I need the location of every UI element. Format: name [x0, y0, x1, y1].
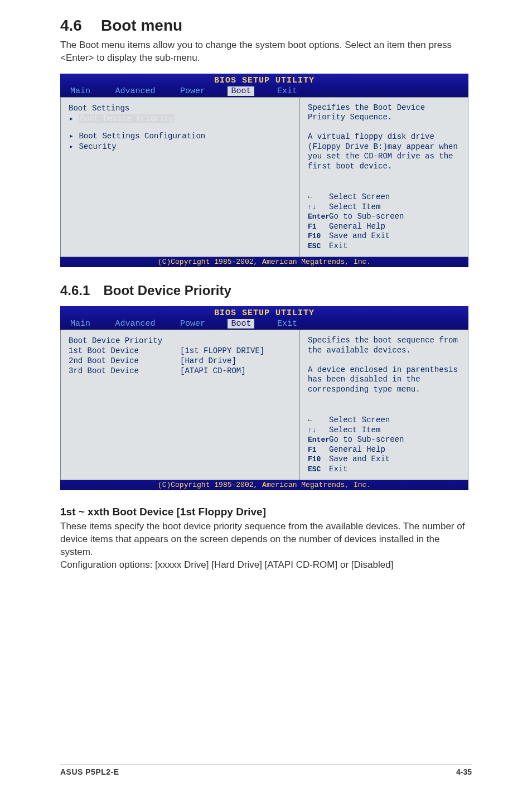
submenu-arrow-icon: ▸	[69, 131, 74, 141]
key-f10: F10	[308, 455, 329, 464]
tab-advanced[interactable]: Advanced	[113, 86, 157, 96]
bios-header: BIOS SETUP UTILITY	[60, 74, 468, 85]
key-label: Save and Exit	[329, 455, 390, 463]
key-esc: ESC	[308, 242, 329, 251]
bios-help-text: Specifies the Boot Device Priority Seque…	[308, 103, 460, 172]
tab-boot[interactable]: Boot	[228, 319, 254, 328]
key-f10: F10	[308, 232, 329, 241]
key-f1: F1	[308, 223, 329, 231]
bios-item-2nd-boot-device[interactable]: 2nd Boot Device [Hard Drive]	[69, 356, 292, 366]
bios-tabs: Main Advanced Power Boot Exit	[60, 85, 468, 97]
subsection-number: 4.6.1	[60, 283, 90, 298]
key-enter: Enter	[308, 436, 329, 445]
bios-item-security[interactable]: ▸ Security	[69, 141, 292, 152]
bios-header-title: BIOS SETUP UTILITY	[214, 308, 315, 318]
bios-item-value: [ATAPI CD-ROM]	[180, 366, 246, 375]
bios-item-value: [Hard Drive]	[180, 356, 236, 365]
key-label: Select Item	[329, 426, 380, 434]
section-number: 4.6	[60, 17, 82, 35]
page-footer: ASUS P5PL2-E 4-35	[60, 765, 472, 776]
key-label: General Help	[329, 445, 385, 454]
arrow-updown-icon: ↑↓	[308, 203, 329, 212]
bios-item-label: Boot Device Priority	[79, 114, 175, 123]
bios-item-boot-settings-config[interactable]: ▸ Boot Settings Configuration	[69, 131, 292, 141]
subsection-title-text: Boot Device Priority	[103, 283, 231, 298]
key-label: Exit	[329, 241, 348, 250]
bios-group-heading: Boot Device Priority	[69, 336, 292, 346]
key-enter: Enter	[308, 212, 329, 221]
tab-power[interactable]: Power	[178, 86, 207, 96]
tab-boot[interactable]: Boot	[228, 86, 254, 96]
bios-item-label: Boot Settings Configuration	[79, 132, 205, 141]
bios-header: BIOS SETUP UTILITY	[60, 306, 468, 318]
tab-main[interactable]: Main	[68, 319, 93, 328]
submenu-arrow-icon: ▸	[69, 114, 74, 123]
key-label: General Help	[329, 222, 385, 231]
arrow-left-icon: ←	[308, 193, 329, 202]
key-f1: F1	[308, 446, 329, 455]
bios-group-heading: Boot Settings	[69, 103, 292, 113]
bios-item-3rd-boot-device[interactable]: 3rd Boot Device [ATAPI CD-ROM]	[69, 366, 292, 376]
bios-screenshot-boot-settings: BIOS SETUP UTILITY Main Advanced Power B…	[60, 74, 468, 268]
footer-product: ASUS P5PL2-E	[60, 767, 119, 776]
bios-key-legend: ←Select Screen ↑↓Select Item EnterGo to …	[308, 416, 460, 474]
bios-item-label: 2nd Boot Device	[69, 356, 180, 365]
bios-footer: (C)Copyright 1985-2002, American Megatre…	[60, 480, 468, 490]
key-label: Select Item	[329, 202, 380, 211]
section-heading: 4.6Boot menu	[60, 17, 472, 35]
bios-item-boot-device-priority[interactable]: ▸ Boot Device Priority	[69, 113, 292, 124]
bios-item-label: 3rd Boot Device	[69, 366, 180, 375]
arrow-updown-icon: ↑↓	[308, 426, 329, 435]
bios-item-label: 1st Boot Device	[69, 346, 180, 355]
key-label: Select Screen	[329, 192, 390, 201]
bios-header-title: BIOS SETUP UTILITY	[214, 76, 315, 85]
bios-left-panel: Boot Settings ▸ Boot Device Priority ▸ B…	[60, 97, 300, 258]
tab-exit[interactable]: Exit	[275, 86, 299, 96]
arrow-left-icon: ←	[308, 416, 329, 425]
bios-help-text: Specifies the boot sequence from the ava…	[308, 336, 460, 394]
bios-help-panel: Specifies the Boot Device Priority Seque…	[300, 97, 468, 258]
subsection-heading: 4.6.1Boot Device Priority	[60, 283, 472, 298]
key-label: Exit	[329, 465, 348, 474]
option-description: These items specify the boot device prio…	[60, 520, 472, 572]
bios-body: Boot Settings ▸ Boot Device Priority ▸ B…	[60, 97, 468, 258]
section-title-text: Boot menu	[101, 17, 182, 34]
bios-footer: (C)Copyright 1985-2002, American Megatre…	[60, 257, 468, 267]
key-label: Go to Sub-screen	[329, 435, 404, 444]
bios-tabs: Main Advanced Power Boot Exit	[60, 318, 468, 330]
bios-help-panel: Specifies the boot sequence from the ava…	[300, 330, 468, 480]
submenu-arrow-icon: ▸	[69, 142, 74, 151]
option-title: 1st ~ xxth Boot Device [1st Floppy Drive…	[60, 506, 472, 518]
bios-item-label: Security	[79, 142, 116, 151]
bios-left-panel: Boot Device Priority 1st Boot Device [1s…	[60, 330, 300, 480]
key-label: Go to Sub-screen	[329, 212, 404, 221]
bios-key-legend: ←Select Screen ↑↓Select Item EnterGo to …	[308, 192, 460, 251]
key-label: Select Screen	[329, 416, 390, 424]
bios-item-1st-boot-device[interactable]: 1st Boot Device [1st FLOPPY DRIVE]	[69, 346, 292, 356]
tab-main[interactable]: Main	[68, 86, 93, 96]
bios-screenshot-boot-device-priority: BIOS SETUP UTILITY Main Advanced Power B…	[60, 306, 468, 490]
tab-power[interactable]: Power	[178, 319, 207, 328]
key-esc: ESC	[308, 465, 329, 474]
tab-exit[interactable]: Exit	[275, 319, 299, 328]
bios-item-value: [1st FLOPPY DRIVE]	[180, 346, 264, 355]
bios-body: Boot Device Priority 1st Boot Device [1s…	[60, 330, 468, 480]
footer-page-number: 4-35	[456, 767, 472, 776]
section-description: The Boot menu items allow you to change …	[60, 39, 472, 65]
tab-advanced[interactable]: Advanced	[113, 319, 157, 328]
key-label: Save and Exit	[329, 231, 390, 240]
